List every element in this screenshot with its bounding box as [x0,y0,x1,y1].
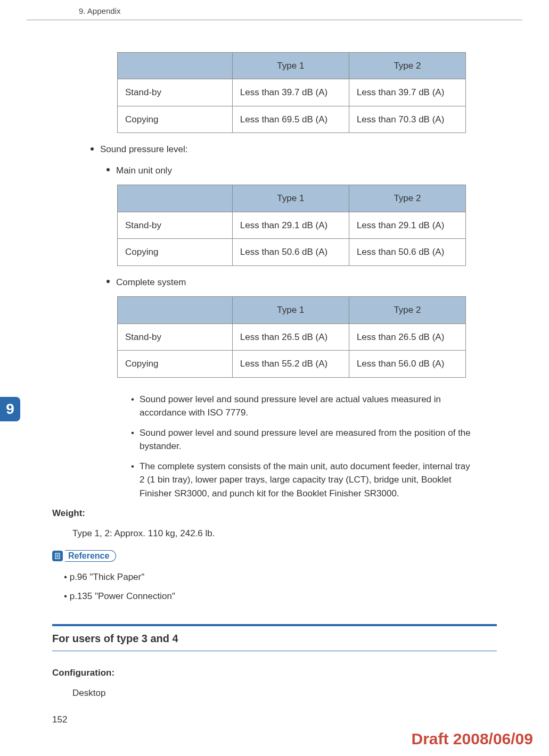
page-header: 9. Appendix [27,0,522,20]
table-row: Copying Less than 55.2 dB (A) Less than … [118,351,466,378]
reference-icon [52,551,63,561]
table-cell: Copying [118,239,233,266]
table-cell: Less than 70.3 dB (A) [349,106,465,133]
table-header-type2: Type 2 [349,52,465,79]
bullet-text: Main unit only [116,165,172,176]
note-item: • Sound power level and sound pressure l… [131,426,476,453]
table-cell: Stand-by [118,79,233,106]
section-heading: For users of type 3 and 4 [52,624,497,651]
bullet-icon: • [131,460,134,501]
configuration-label: Configuration: [52,666,497,680]
chapter-tab: 9 [0,397,20,421]
table-row: Stand-by Less than 26.5 dB (A) Less than… [118,323,466,351]
table-cell: Stand-by [118,323,233,351]
table-cell: Less than 56.0 dB (A) [349,351,465,378]
bullet-icon [106,280,110,283]
chapter-title: 9. Appendix [79,6,120,15]
table-header-empty [118,185,233,212]
bullet-sound-pressure: Sound pressure level: [91,143,497,156]
table-row: Stand-by Less than 39.7 dB (A) Less than… [118,79,466,106]
note-item: • The complete system consists of the ma… [131,460,476,501]
note-item: • Sound power level and sound pressure l… [131,393,476,420]
bullet-text: Sound pressure level: [100,144,187,154]
bullet-text: Complete system [116,277,186,287]
weight-value: Type 1, 2: Approx. 110 kg, 242.6 lb. [72,527,497,541]
table-header-empty [118,52,233,79]
table-cell: Less than 55.2 dB (A) [232,351,349,378]
table-row: Copying Less than 50.6 dB (A) Less than … [118,239,466,266]
reference-link[interactable]: p.96 "Thick Paper" [70,572,145,582]
table-cell: Less than 29.1 dB (A) [232,212,349,239]
table-header-empty [118,297,233,324]
reference-link[interactable]: p.135 "Power Connection" [70,591,175,601]
reference-badge: Reference [52,550,116,562]
bullet-icon [91,147,94,151]
chapter-number: 9 [6,398,14,420]
draft-stamp: Draft 2008/06/09 [412,727,534,751]
table-cell: Less than 50.6 dB (A) [232,239,349,266]
table-cell: Less than 26.5 dB (A) [349,323,465,351]
table-sound-power: Type 1 Type 2 Stand-by Less than 39.7 dB… [117,52,466,134]
bullet-icon: • [131,393,134,420]
table-row: Stand-by Less than 29.1 dB (A) Less than… [118,212,466,239]
bullet-icon [106,168,110,171]
table-complete-system: Type 1 Type 2 Stand-by Less than 26.5 dB… [117,296,466,378]
configuration-value: Desktop [72,686,497,700]
table-row: Copying Less than 69.5 dB (A) Less than … [118,106,466,133]
table-cell: Less than 39.7 dB (A) [232,79,349,106]
weight-label: Weight: [52,506,497,520]
table-cell: Less than 29.1 dB (A) [349,212,465,239]
note-text: Sound power level and sound pressure lev… [140,426,476,453]
table-cell: Less than 69.5 dB (A) [232,106,349,133]
table-header-type2: Type 2 [349,297,465,324]
table-header-type1: Type 1 [232,185,349,212]
table-header-type2: Type 2 [349,185,465,212]
table-cell: Less than 50.6 dB (A) [349,239,465,266]
table-cell: Stand-by [118,212,233,239]
reference-item: • p.135 "Power Connection" [64,589,497,603]
page-number: 152 [52,713,67,727]
table-cell: Less than 39.7 dB (A) [349,79,465,106]
reference-list: • p.96 "Thick Paper" • p.135 "Power Conn… [64,570,497,603]
page-content: Type 1 Type 2 Stand-by Less than 39.7 dB… [0,20,549,700]
reference-item: • p.96 "Thick Paper" [64,570,497,584]
table-header-type1: Type 1 [232,52,349,79]
table-header-type1: Type 1 [232,297,349,324]
note-text: The complete system consists of the main… [140,460,476,501]
note-text: Sound power level and sound pressure lev… [140,393,476,420]
bullet-main-unit: Main unit only [106,164,497,178]
reference-label: Reference [65,550,116,562]
bullet-complete-system: Complete system [106,276,497,289]
table-cell: Copying [118,351,233,378]
table-main-unit: Type 1 Type 2 Stand-by Less than 29.1 dB… [117,185,466,266]
bullet-icon: • [131,426,134,453]
table-cell: Less than 26.5 dB (A) [232,323,349,351]
table-cell: Copying [118,106,233,133]
